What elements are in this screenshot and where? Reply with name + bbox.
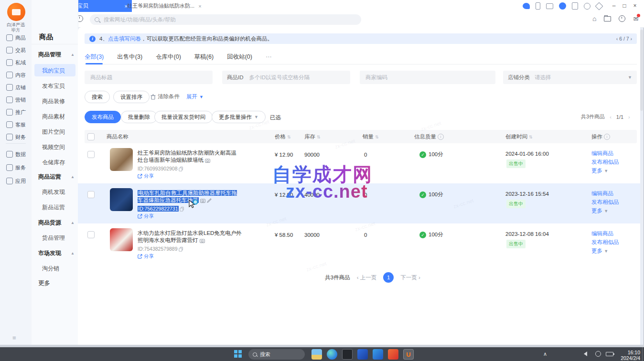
mascot-icon[interactable] <box>523 3 530 9</box>
publish-similar-link[interactable]: 发布相似品 <box>591 198 619 206</box>
rail-item-content[interactable]: 内容 <box>0 69 32 81</box>
product-thumbnail[interactable] <box>110 228 133 251</box>
more-bulk-actions-button[interactable]: 更多批量操作 ▼ <box>212 111 266 123</box>
copy-icon[interactable] <box>179 167 183 171</box>
tab-draft[interactable]: 草稿(6) <box>194 52 214 64</box>
tab-in-warehouse[interactable]: 仓库中(0) <box>156 52 181 64</box>
publish-product-button[interactable]: 发布商品 <box>85 111 121 123</box>
rail-item-shop[interactable]: 店铺 <box>0 81 32 94</box>
omnibox-input[interactable] <box>103 16 334 23</box>
product-title[interactable]: 灶王爷厨房防油贴纸防水防潮防火耐高温灶台墙面新年油烟贴膜墙纸 <box>138 149 242 164</box>
copy-icon[interactable] <box>180 207 184 212</box>
filter-title[interactable] <box>85 71 213 84</box>
title-input[interactable] <box>89 74 208 81</box>
sidebar-item-video-space[interactable]: 视频空间 <box>42 143 65 151</box>
merchant-code-input[interactable] <box>365 74 491 81</box>
copy-icon[interactable] <box>179 247 183 252</box>
favorites-folder-icon[interactable] <box>604 16 611 21</box>
omnibox[interactable] <box>90 14 361 25</box>
sidebar-item-taofenxiao[interactable]: 淘分销 <box>42 265 59 273</box>
preview-icon[interactable] <box>205 158 210 163</box>
sidebar-item-opportunity[interactable]: 商机发现 <box>42 188 65 196</box>
col-sales[interactable]: 销量 <box>363 133 379 140</box>
next-page-button[interactable]: 下一页 › <box>400 274 420 281</box>
more-actions-link[interactable]: 更多 ▼ <box>591 166 619 175</box>
rail-item-apps[interactable]: 应用 <box>0 175 32 187</box>
tab-product[interactable]: 灶王爷厨房防油贴纸防水防... × <box>127 0 202 12</box>
rail-item-marketing[interactable]: 营销 <box>0 94 32 106</box>
rail-item-promotion[interactable]: 推广 <box>0 106 32 118</box>
edit-pencil-icon[interactable] <box>207 198 212 203</box>
product-thumbnail[interactable] <box>110 188 133 211</box>
select-all-checkbox[interactable] <box>87 133 95 140</box>
home-icon[interactable]: ⌂ <box>592 15 596 22</box>
notes-icon[interactable] <box>572 2 578 10</box>
row-checkbox[interactable] <box>87 151 95 158</box>
share-link[interactable]: 分享 <box>138 253 154 260</box>
taskbar-app-office[interactable] <box>388 349 398 360</box>
start-button[interactable] <box>234 350 242 358</box>
section-goods-supply[interactable]: 商品货源▲ <box>38 219 75 227</box>
section-market-discovery[interactable]: 市场发现▲ <box>38 249 75 257</box>
collapse-sidebar-icon[interactable]: ≡ <box>12 334 16 341</box>
bulk-delete-button[interactable]: 批量删除 <box>121 111 157 123</box>
product-title[interactable]: 电动车扎胎自救工具瘪胎助推器摩托车拖车器爆胎应急器托车神器 <box>138 190 242 204</box>
sidebar-item-decorate[interactable]: 商品装修 <box>42 97 65 106</box>
bulk-ship-time-button[interactable]: 批量设置发货时间 <box>154 111 213 123</box>
notice-link[interactable]: 点击填写问卷 <box>108 35 141 42</box>
filter-shop-category[interactable]: 店铺分类 请选择 ▼ <box>503 71 637 84</box>
info-icon[interactable]: i <box>604 134 610 140</box>
rail-item-goods[interactable]: 商品 <box>0 32 32 44</box>
clear-filters-button[interactable]: 清除条件 <box>150 93 180 100</box>
rail-item-trade[interactable]: 交易 <box>0 44 32 56</box>
scrollbar[interactable] <box>640 30 643 343</box>
filter-id[interactable]: 商品ID <box>222 71 350 84</box>
set-sort-button[interactable]: 设置排序 <box>113 91 150 103</box>
tab-all[interactable]: 全部(3) <box>85 52 104 64</box>
current-page-button[interactable]: 1 <box>383 272 394 283</box>
taskbar-app-video[interactable] <box>373 349 383 360</box>
battery-icon[interactable] <box>606 350 613 357</box>
taskbar-app-edge[interactable] <box>327 349 337 360</box>
prev-page-button[interactable]: ‹ 上一页 <box>357 274 377 281</box>
volume-icon[interactable] <box>584 351 587 357</box>
publish-similar-link[interactable]: 发布相似品 <box>591 238 619 246</box>
more-actions-link[interactable]: 更多 ▼ <box>591 206 619 215</box>
id-input[interactable] <box>248 74 346 81</box>
sidebar-item-warehouse[interactable]: 仓储库存 <box>42 159 65 167</box>
maximize-button[interactable]: □ <box>619 0 630 12</box>
rail-item-data[interactable]: 数据 <box>0 148 32 160</box>
scrollbar-thumb[interactable] <box>640 30 643 111</box>
sidebar-item-publish[interactable]: 发布宝贝 <box>42 82 65 90</box>
show-desktop-button[interactable] <box>642 347 643 361</box>
rail-item-service-desk[interactable]: 客服 <box>0 118 32 131</box>
publish-similar-link[interactable]: 发布相似品 <box>591 158 619 166</box>
edit-product-link[interactable]: 编辑商品 <box>591 149 619 158</box>
sidebar-item-new-product[interactable]: 新品运营 <box>42 203 65 212</box>
taskbar-clock[interactable]: 16:10 2024/2/4 <box>618 350 640 361</box>
pin-icon[interactable] <box>595 2 603 10</box>
section-goods-operation[interactable]: 商品运营▲ <box>38 173 75 181</box>
sidebar-item-supply-mgmt[interactable]: 货品管理 <box>42 234 65 242</box>
preview-icon[interactable] <box>200 238 205 243</box>
more-actions-link[interactable]: 更多 ▼ <box>591 246 619 255</box>
network-icon[interactable] <box>595 351 601 358</box>
rail-item-services[interactable]: 服务 <box>0 161 32 174</box>
mail-icon[interactable]: ✉ <box>633 15 638 22</box>
row-checkbox[interactable] <box>87 191 95 198</box>
headset-icon[interactable] <box>559 2 566 10</box>
phone-icon[interactable] <box>536 2 540 10</box>
minimize-button[interactable]: – <box>609 0 619 12</box>
taskbar-app-terminal[interactable] <box>342 349 353 360</box>
tab-recycle-bin[interactable]: 回收站(0) <box>227 52 252 64</box>
next-page-icon[interactable]: › <box>628 114 630 120</box>
notice-pager[interactable]: ‹ 6 / 7 › <box>616 36 632 42</box>
prev-page-icon[interactable]: ‹ <box>610 114 612 120</box>
search-button[interactable]: 搜索 <box>85 91 110 103</box>
taskbar-search[interactable]: 搜索 <box>248 349 305 360</box>
expand-filters-button[interactable]: 展开 ▼ <box>186 93 204 100</box>
gear-icon[interactable] <box>584 3 590 10</box>
col-created[interactable]: 创建时间 <box>505 133 533 140</box>
recent-icon[interactable] <box>619 15 625 22</box>
share-link[interactable]: 分享 <box>138 213 154 220</box>
